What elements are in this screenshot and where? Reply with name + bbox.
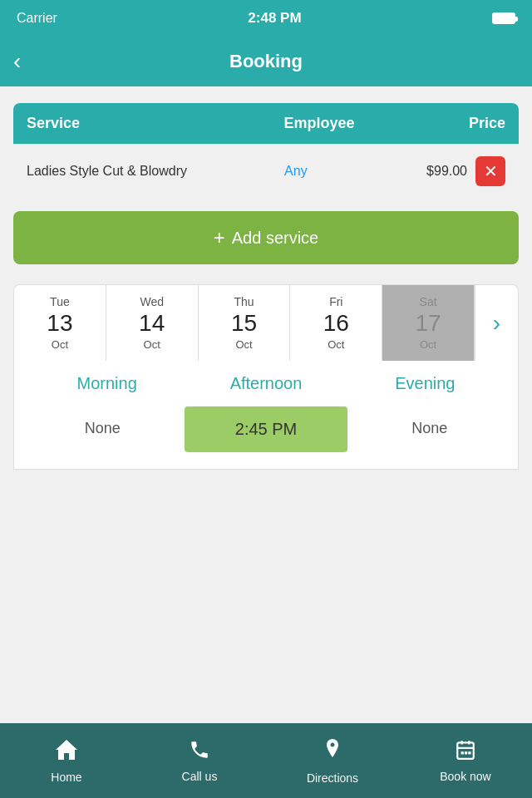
time-evening-value[interactable]: None [347,406,511,452]
period-label-evening: Evening [346,374,505,393]
add-service-label: Add service [232,229,319,248]
service-table: Service Employee Price Ladies Style Cut … [13,103,519,198]
service-row: Ladies Style Cut & Blowdry Any $99.00 ✕ [13,144,519,198]
directions-icon [323,737,342,768]
date-cell-2[interactable]: Thu 15 Oct [199,285,291,361]
month-4: Oct [420,338,436,351]
header: ‹ Booking [0,37,532,86]
svg-rect-4 [461,751,464,754]
day-name-4: Sat [420,295,437,308]
month-1: Oct [144,338,160,351]
svg-rect-6 [468,751,470,754]
page-title: Booking [229,51,303,72]
nav-book-label: Book now [440,770,490,783]
period-morning: Morning [27,374,186,393]
period-evening: Evening [346,374,505,393]
service-name: Ladies Style Cut & Blowdry [27,162,223,180]
time-label: 2:48 PM [248,10,301,27]
month-3: Oct [328,338,344,351]
nav-call[interactable]: Call us [133,723,266,798]
day-name-2: Thu [234,295,254,308]
status-bar: Carrier 2:48 PM [0,0,532,37]
home-icon [54,738,79,767]
svg-rect-5 [465,751,467,754]
month-0: Oct [52,338,68,351]
time-morning-value[interactable]: None [21,406,185,452]
date-cell-1[interactable]: Wed 14 Oct [106,285,199,361]
nav-book[interactable]: Book now [399,723,532,798]
day-name-3: Fri [329,295,342,308]
nav-call-label: Call us [182,770,218,783]
status-bar-right [492,12,515,24]
main-content: Service Employee Price Ladies Style Cut … [0,86,532,470]
time-slots: Morning Afternoon Evening None 2:45 PM N… [13,361,519,470]
nav-home-label: Home [51,771,81,784]
date-next-button[interactable]: › [475,285,518,361]
date-cell-0[interactable]: Tue 13 Oct [14,285,106,361]
nav-directions[interactable]: Directions [266,723,399,798]
nav-home[interactable]: Home [0,723,133,798]
time-slots-header: Morning Afternoon Evening [14,374,518,393]
back-button[interactable]: ‹ [13,48,21,75]
battery-icon [492,12,515,24]
nav-directions-label: Directions [307,771,358,785]
period-label-morning: Morning [27,374,186,393]
col-employee-header: Employee [239,115,399,132]
month-2: Oct [235,338,252,351]
service-table-header: Service Employee Price [13,103,519,144]
day-name-1: Wed [140,295,164,308]
service-price: $99.00 [369,164,467,179]
period-afternoon: Afternoon [186,374,345,393]
employee-select[interactable]: Any [223,164,370,179]
next-arrow-icon: › [493,310,500,337]
date-cell-3[interactable]: Fri 16 Oct [290,285,382,361]
period-label-afternoon: Afternoon [186,374,345,393]
plus-icon: + [214,226,225,249]
employee-any-link[interactable]: Any [284,164,308,178]
col-service-header: Service [27,115,239,132]
day-name-0: Tue [50,295,70,308]
delete-service-button[interactable]: ✕ [475,156,505,186]
time-slot-values: None 2:45 PM None [14,406,518,452]
svg-rect-0 [457,742,474,759]
bottom-nav: Home Call us Directions [0,723,532,798]
phone-icon [189,739,210,766]
date-picker: Tue 13 Oct Wed 14 Oct Thu 15 Oct Fri 16 … [13,284,519,361]
day-num-2: 15 [231,312,257,335]
day-num-0: 13 [47,312,72,335]
calendar-icon [455,739,476,766]
time-afternoon-value[interactable]: 2:45 PM [185,406,348,452]
date-cell-4[interactable]: Sat 17 Oct [382,285,475,361]
col-price-header: Price [399,115,505,132]
day-num-3: 16 [323,312,349,335]
carrier-label: Carrier [17,11,57,26]
day-num-4: 17 [416,312,441,335]
day-num-1: 14 [139,312,165,335]
add-service-button[interactable]: + Add service [13,211,519,264]
